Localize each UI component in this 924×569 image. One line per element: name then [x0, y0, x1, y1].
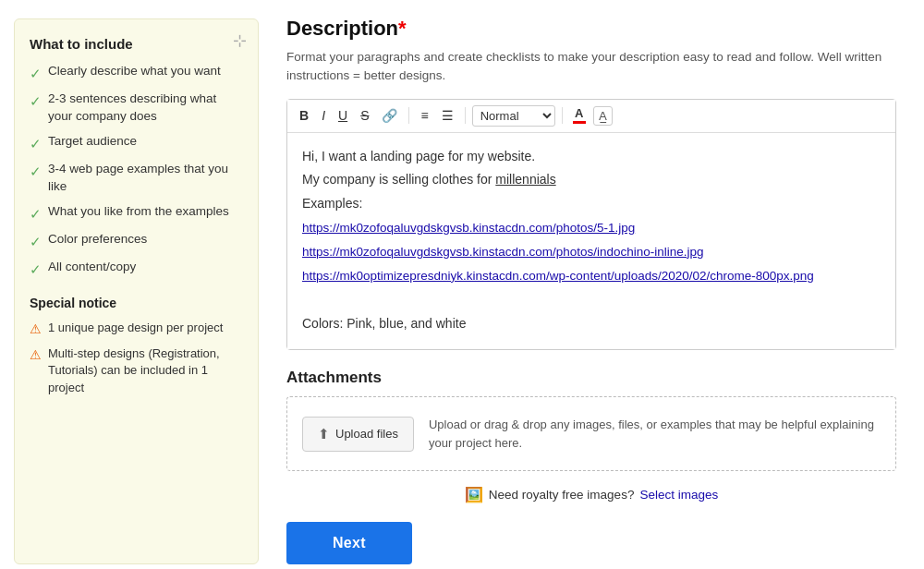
strikethrough-button[interactable]: S — [356, 106, 373, 125]
check-icon: ✓ — [30, 162, 42, 181]
example-link-2[interactable]: https://mk0zofoqaluvgdskgvsb.kinstacdn.c… — [302, 245, 704, 259]
bold-button[interactable]: B — [295, 106, 313, 125]
italic-button[interactable]: I — [317, 106, 330, 125]
toolbar-separator — [562, 107, 563, 124]
check-icon: ✓ — [30, 64, 42, 83]
list-item: ✓ What you like from the examples — [30, 203, 243, 224]
editor-examples-label: Examples: — [302, 193, 881, 215]
next-btn-row: Next — [286, 522, 896, 564]
ordered-list-button[interactable]: ≡ — [416, 106, 432, 125]
royalty-free-text: Need royalty free images? — [489, 488, 635, 502]
check-icon: ✓ — [30, 260, 42, 279]
upload-btn-label: Upload files — [335, 427, 398, 441]
editor-link3[interactable]: https://mk0optimizepresdniyk.kinstacdn.c… — [302, 265, 881, 287]
royalty-emoji: 🖼️ — [465, 486, 483, 503]
attachments-section: Attachments ⬆ Upload files Upload or dra… — [286, 369, 896, 471]
page-title: Description* — [286, 17, 896, 41]
editor-link1[interactable]: https://mk0zofoqaluvgdskgvsb.kinstacdn.c… — [302, 217, 881, 239]
check-icon: ✓ — [30, 204, 42, 224]
unordered-list-button[interactable]: ☰ — [437, 106, 458, 125]
check-icon: ✓ — [30, 232, 42, 251]
next-button[interactable]: Next — [286, 522, 412, 564]
upload-files-button[interactable]: ⬆ Upload files — [302, 417, 414, 452]
editor-body[interactable]: Hi, I want a landing page for my website… — [287, 133, 895, 350]
royalty-free-row: 🖼️ Need royalty free images? Select imag… — [286, 486, 896, 503]
attachments-box: ⬆ Upload files Upload or drag & drop any… — [286, 396, 896, 471]
editor-toolbar: B I U S 🔗 ≡ ☰ Normal Heading 1 Heading 2… — [287, 100, 895, 133]
example-link-1[interactable]: https://mk0zofoqaluvgdskgvsb.kinstacdn.c… — [302, 221, 635, 235]
warning-icon: ⚠ — [30, 346, 42, 365]
list-item: ✓ All content/copy — [30, 259, 243, 279]
description-subtitle: Format your paragraphs and create checkl… — [286, 48, 896, 86]
notice-list: ⚠ 1 unique page design per project ⚠ Mul… — [30, 320, 243, 396]
check-icon: ✓ — [30, 134, 42, 153]
list-item: ✓ Clearly describe what you want — [30, 63, 243, 83]
notice-item: ⚠ 1 unique page design per project — [30, 320, 243, 339]
attachments-title: Attachments — [286, 369, 896, 387]
editor-link2[interactable]: https://mk0zofoqaluvgdskgvsb.kinstacdn.c… — [302, 241, 881, 263]
editor-colors — [302, 289, 881, 311]
sidebar-title: What to include — [30, 36, 243, 52]
upload-icon: ⬆ — [318, 426, 330, 442]
editor-line2: My company is selling clothes for millen… — [302, 169, 881, 191]
millennials-link[interactable]: millennials — [495, 172, 555, 187]
required-star: * — [398, 17, 407, 40]
editor-colors-line: Colors: Pink, blue, and white — [302, 313, 881, 335]
select-images-link[interactable]: Select images — [639, 488, 718, 502]
toolbar-separator — [408, 107, 409, 124]
editor-line1: Hi, I want a landing page for my website… — [302, 146, 881, 168]
underline-button[interactable]: U — [334, 106, 352, 125]
drag-icon[interactable]: ⊹ — [233, 30, 247, 51]
notice-item: ⚠ Multi-step designs (Registration, Tuto… — [30, 345, 243, 396]
sidebar: ⊹ What to include ✓ Clearly describe wha… — [14, 18, 259, 564]
toolbar-separator — [465, 107, 466, 124]
list-item: ✓ 2-3 sentences describing what your com… — [30, 91, 243, 126]
list-item: ✓ 3-4 web page examples that you like — [30, 161, 243, 196]
link-button[interactable]: 🔗 — [377, 106, 402, 125]
format-select[interactable]: Normal Heading 1 Heading 2 Heading 3 — [472, 105, 555, 127]
example-link-3[interactable]: https://mk0optimizepresdniyk.kinstacdn.c… — [302, 269, 814, 283]
clear-format-button[interactable]: A̲ — [593, 106, 613, 126]
main-content: Description* Format your paragraphs and … — [259, 0, 924, 569]
list-item: ✓ Color preferences — [30, 231, 243, 251]
list-item: ✓ Target audience — [30, 133, 243, 153]
font-color-button[interactable]: A — [569, 105, 590, 126]
upload-description: Upload or drag & drop any images, files,… — [429, 416, 881, 452]
editor-container: B I U S 🔗 ≡ ☰ Normal Heading 1 Heading 2… — [286, 99, 896, 351]
special-notice-title: Special notice — [30, 296, 243, 310]
checklist: ✓ Clearly describe what you want ✓ 2-3 s… — [30, 63, 243, 279]
check-icon: ✓ — [30, 91, 42, 111]
warning-icon: ⚠ — [30, 321, 42, 339]
